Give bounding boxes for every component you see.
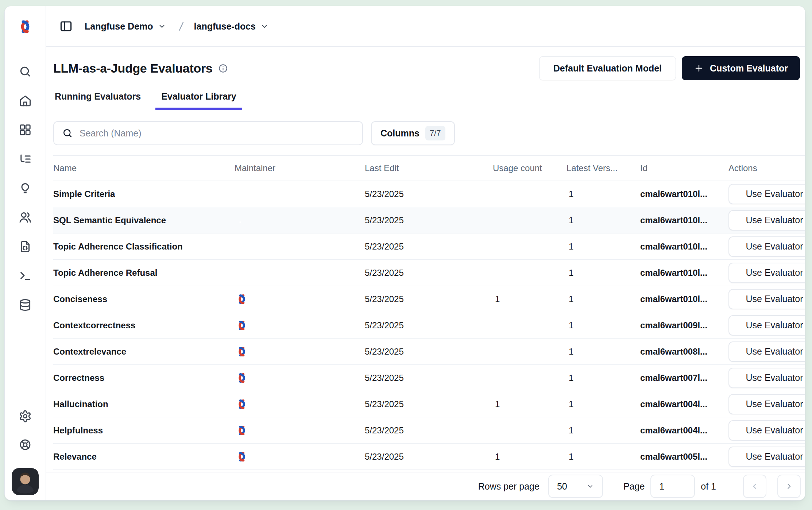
use-evaluator-button[interactable]: Use Evaluator: [728, 315, 805, 336]
maintainer-cell: [235, 372, 365, 384]
use-evaluator-button[interactable]: Use Evaluator: [728, 394, 805, 414]
panel-left-icon: [59, 19, 73, 33]
langfuse-maintainer-icon: [236, 320, 248, 331]
tab-running-evaluators[interactable]: Running Evaluators: [54, 91, 142, 110]
use-evaluator-button[interactable]: Use Evaluator: [728, 263, 805, 283]
sidebar-item-dashboard[interactable]: [19, 123, 32, 136]
project-selector[interactable]: langfuse-docs: [194, 21, 269, 32]
rows-per-page-select[interactable]: 50: [548, 475, 603, 498]
actions-cell: Use Evaluator: [728, 210, 805, 231]
app-window: Langfuse Demo langfuse-docs LLM-as-a-Jud…: [4, 6, 805, 501]
evaluator-id: cmal6wart009l...: [640, 320, 728, 331]
sidebar-item-playground[interactable]: [19, 269, 32, 282]
next-page-button[interactable]: [777, 475, 801, 498]
last-edit: 5/23/2025: [365, 242, 493, 252]
organization-selector[interactable]: Langfuse Demo: [85, 21, 166, 32]
chevron-down-icon: [586, 482, 594, 490]
table-row[interactable]: Conciseness 5/23/2025 1 1 cmal6wart010l.…: [53, 286, 805, 312]
column-header: Name: [53, 163, 235, 173]
sidebar-toggle-button[interactable]: [59, 19, 73, 33]
page-number-input[interactable]: [650, 475, 695, 498]
rows-per-page-value: 50: [557, 481, 567, 492]
user-avatar[interactable]: [12, 468, 39, 495]
table-row[interactable]: Simple Criteria 5/23/2025 1 cmal6wart010…: [53, 181, 805, 207]
maintainer-cell: [235, 451, 365, 463]
usage-count: 1: [493, 452, 567, 462]
actions-cell: Use Evaluator: [728, 236, 805, 257]
maintainer-cell: [235, 188, 365, 200]
use-evaluator-button[interactable]: Use Evaluator: [728, 210, 805, 231]
table-row[interactable]: Hallucination 5/23/2025 1 1 cmal6wart004…: [53, 391, 805, 417]
sidebar-item-database[interactable]: [19, 298, 32, 312]
sidebar-item-settings[interactable]: [19, 410, 32, 423]
sidebar-item-search[interactable]: [19, 65, 32, 78]
evaluator-id: cmal6wart004l...: [640, 425, 728, 436]
evaluator-id: cmal6wart008l...: [640, 347, 728, 357]
table-row[interactable]: SQL Semantic Equivalence 5/23/2025 1 cma…: [53, 207, 805, 233]
search-input[interactable]: [80, 128, 354, 139]
evaluator-name: Topic Adherence Refusal: [53, 268, 235, 278]
page-header: LLM-as-a-Judge Evaluators Default Evalua…: [46, 47, 805, 80]
table-row[interactable]: Correctness 5/23/2025 1 cmal6wart007l...…: [53, 365, 805, 391]
langfuse-maintainer-icon: [236, 372, 248, 384]
use-evaluator-button[interactable]: Use Evaluator: [728, 368, 805, 388]
sidebar-item-evaluation[interactable]: [19, 182, 32, 195]
evaluator-id: cmal6wart007l...: [640, 373, 728, 383]
evaluator-id: cmal6wart010l...: [640, 242, 728, 252]
evaluator-name: Contextrelevance: [53, 347, 235, 357]
last-edit: 5/23/2025: [365, 294, 493, 304]
last-edit: 5/23/2025: [365, 215, 493, 225]
table-row[interactable]: Helpfulness 5/23/2025 1 cmal6wart004l...…: [53, 417, 805, 444]
evaluator-name: Hallucination: [53, 399, 235, 409]
langfuse-maintainer-icon: [236, 425, 248, 436]
datasets-icon: [19, 240, 32, 253]
actions-cell: Use Evaluator: [728, 420, 805, 441]
sidebar-item-support[interactable]: [19, 438, 32, 451]
sidebar-item-users[interactable]: [19, 211, 32, 224]
evaluator-id: cmal6wart005l...: [640, 452, 728, 462]
database-icon: [19, 298, 32, 312]
actions-cell: Use Evaluator: [728, 289, 805, 309]
table-row[interactable]: Topic Adherence Refusal 5/23/2025 1 cmal…: [53, 260, 805, 286]
use-evaluator-button[interactable]: Use Evaluator: [728, 236, 805, 257]
ragas-maintainer-icon: [236, 188, 248, 200]
custom-evaluator-button[interactable]: Custom Evaluator: [682, 56, 800, 80]
tab-evaluator-library[interactable]: Evaluator Library: [161, 91, 237, 110]
table-row[interactable]: Contextcorrectness 5/23/2025 1 cmal6wart…: [53, 312, 805, 339]
use-evaluator-button[interactable]: Use Evaluator: [728, 184, 805, 204]
actions-cell: Use Evaluator: [728, 184, 805, 204]
use-evaluator-button[interactable]: Use Evaluator: [728, 447, 805, 467]
evaluator-name: Helpfulness: [53, 425, 235, 436]
columns-button[interactable]: Columns 7/7: [371, 121, 455, 145]
use-evaluator-button[interactable]: Use Evaluator: [728, 341, 805, 362]
search-box: [53, 121, 363, 145]
table-toolbar: Columns 7/7: [46, 110, 805, 145]
breadcrumb-slash-icon: [175, 20, 187, 32]
page-label: Page: [623, 481, 645, 492]
pagination-bar: Rows per page 50 Page of 1: [46, 472, 805, 500]
info-icon: [218, 63, 228, 73]
table-row[interactable]: Topic Adherence Classification 5/23/2025…: [53, 233, 805, 260]
table-header-row: NameMaintainerLast EditUsage countLatest…: [53, 155, 805, 181]
evaluator-name: Relevance: [53, 452, 235, 462]
chevron-down-icon: [260, 22, 269, 31]
previous-page-button[interactable]: [743, 475, 766, 498]
sidebar-item-home[interactable]: [19, 94, 32, 107]
actions-cell: Use Evaluator: [728, 447, 805, 467]
table-row[interactable]: Relevance 5/23/2025 1 1 cmal6wart005l...…: [53, 444, 805, 470]
info-button[interactable]: [218, 63, 228, 73]
default-evaluation-model-button[interactable]: Default Evaluation Model: [539, 56, 676, 80]
use-evaluator-button[interactable]: Use Evaluator: [728, 420, 805, 441]
table-row[interactable]: Contextrelevance 5/23/2025 1 cmal6wart00…: [53, 339, 805, 365]
langfuse-logo[interactable]: [5, 6, 46, 47]
page-total-label: of 1: [701, 481, 716, 492]
sidebar-item-datasets[interactable]: [19, 240, 32, 253]
rows-per-page-label: Rows per page: [478, 481, 540, 492]
actions-cell: Use Evaluator: [728, 315, 805, 336]
latest-version: 1: [567, 294, 640, 304]
actions-cell: Use Evaluator: [728, 263, 805, 283]
last-edit: 5/23/2025: [365, 425, 493, 436]
latest-version: 1: [567, 373, 640, 383]
sidebar-item-traces[interactable]: [19, 152, 32, 166]
use-evaluator-button[interactable]: Use Evaluator: [728, 289, 805, 309]
